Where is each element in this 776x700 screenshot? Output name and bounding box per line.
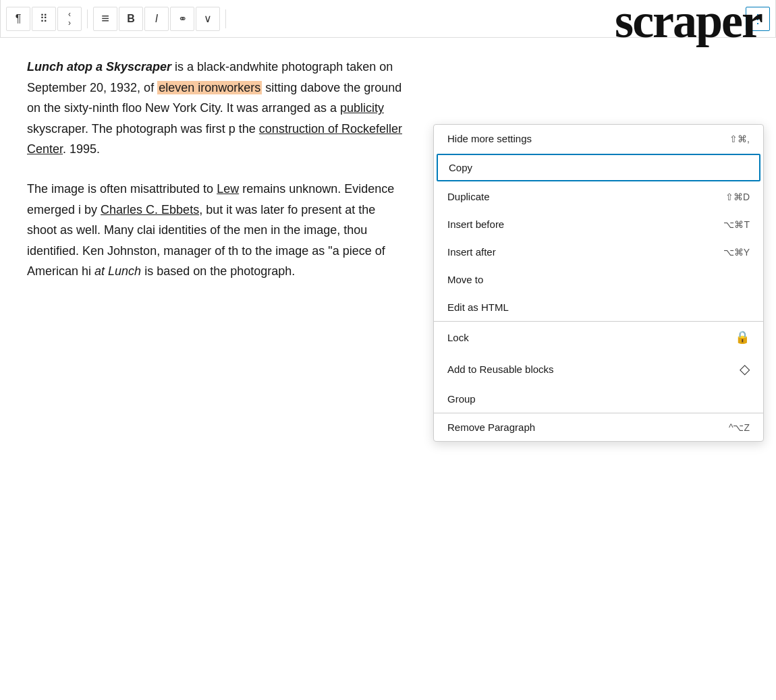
- diamond-icon: ◇: [740, 361, 750, 377]
- block-options-button[interactable]: ⋮: [746, 7, 770, 31]
- copy-label: Copy: [449, 162, 472, 173]
- lock-label: Lock: [447, 332, 469, 343]
- italic-button[interactable]: I: [144, 7, 169, 31]
- insert-after-label: Insert after: [447, 246, 496, 258]
- paragraph-2: The image is often misattributed to Lew​…: [27, 179, 405, 282]
- paragraph-icon: ¶: [16, 13, 22, 25]
- grid-dots-icon: ⠿: [40, 12, 48, 25]
- link-button[interactable]: ⚭: [170, 7, 194, 31]
- menu-item-move-to[interactable]: Move to: [434, 266, 763, 293]
- menu-item-remove-paragraph[interactable]: Remove Paragraph ^⌥Z: [434, 413, 763, 441]
- paragraph-1: Lunch atop a Skyscraper is a black-and​w…: [27, 57, 405, 160]
- lew-link[interactable]: Lew: [217, 182, 239, 196]
- drag-handle-button[interactable]: ⠿: [32, 7, 56, 31]
- bold-button[interactable]: B: [119, 7, 143, 31]
- move-updown-button[interactable]: › ›: [57, 7, 82, 31]
- updown-arrows-icon: › ›: [68, 11, 71, 27]
- align-icon: ≡: [101, 11, 109, 26]
- duplicate-shortcut: ⇧⌘D: [725, 192, 750, 202]
- rockefeller-link[interactable]: construction of Rockefeller Center: [27, 122, 402, 156]
- more-formatting-button[interactable]: ∨: [196, 7, 220, 31]
- hide-more-settings-label: Hide more settings: [447, 133, 532, 144]
- link-icon: ⚭: [178, 12, 187, 25]
- menu-item-lock[interactable]: Lock 🔒: [434, 322, 763, 353]
- editor-content: Lunch atop a Skyscraper is a black-and​w…: [0, 38, 432, 320]
- toolbar-divider-2: [225, 9, 226, 28]
- toolbar-divider-1: [87, 9, 88, 28]
- block-toolbar: ¶ ⠿ › › ≡ B I ⚭ ∨ ⋮ scra: [0, 0, 776, 38]
- menu-item-edit-as-html[interactable]: Edit as HTML: [434, 293, 763, 321]
- paragraph-icon-button[interactable]: ¶: [6, 7, 30, 31]
- toolbar-group-formatting: ≡ B I ⚭ ∨: [93, 7, 220, 31]
- add-reusable-blocks-label: Add to Reusable blocks: [447, 363, 554, 375]
- italic-text: at Lunch: [94, 264, 141, 278]
- vertical-dots-icon: ⋮: [752, 13, 764, 25]
- context-menu: Hide more settings ⇧⌘, Copy Duplicate ⇧⌘…: [433, 124, 764, 442]
- bold-icon: B: [127, 13, 135, 25]
- insert-before-shortcut: ⌥⌘T: [723, 219, 750, 230]
- menu-item-add-reusable-blocks[interactable]: Add to Reusable blocks ◇: [434, 353, 763, 385]
- menu-item-insert-before[interactable]: Insert before ⌥⌘T: [434, 210, 763, 238]
- bold-italic-title: Lunch atop a Skyscraper: [27, 60, 171, 74]
- toolbar-group-block-type: ¶ ⠿ › ›: [6, 7, 82, 31]
- duplicate-label: Duplicate: [447, 191, 490, 202]
- chevron-down-icon: ∨: [204, 12, 212, 25]
- menu-item-hide-more-settings[interactable]: Hide more settings ⇧⌘,: [434, 125, 763, 152]
- insert-after-shortcut: ⌥⌘Y: [723, 247, 750, 258]
- move-to-label: Move to: [447, 274, 483, 285]
- group-label: Group: [447, 393, 476, 405]
- align-button[interactable]: ≡: [93, 7, 117, 31]
- highlighted-text: eleven ironworkers: [157, 81, 262, 94]
- lock-icon: 🔒: [735, 330, 750, 345]
- publicity-link[interactable]: publicity: [340, 101, 384, 115]
- edit-as-html-label: Edit as HTML: [447, 301, 509, 313]
- menu-item-copy[interactable]: Copy: [437, 154, 760, 181]
- italic-icon: I: [155, 13, 158, 25]
- insert-before-label: Insert before: [447, 218, 504, 230]
- menu-item-group[interactable]: Group: [434, 385, 763, 413]
- menu-item-insert-after[interactable]: Insert after ⌥⌘Y: [434, 238, 763, 266]
- remove-paragraph-label: Remove Paragraph: [447, 421, 535, 433]
- remove-paragraph-shortcut: ^⌥Z: [729, 422, 750, 433]
- hide-more-settings-shortcut: ⇧⌘,: [729, 134, 750, 144]
- menu-item-duplicate[interactable]: Duplicate ⇧⌘D: [434, 183, 763, 210]
- ebbets-link[interactable]: Charles C. Ebbets: [101, 203, 199, 216]
